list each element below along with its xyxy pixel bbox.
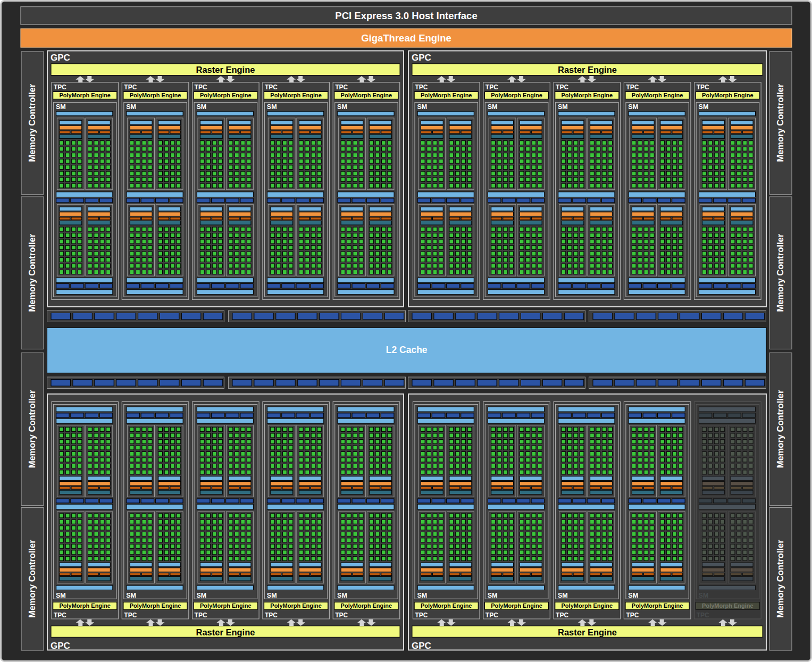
svg-text:TPC: TPC (556, 83, 568, 91)
svg-text:GPC: GPC (412, 53, 431, 63)
svg-text:SM: SM (488, 103, 498, 111)
svg-text:TPC: TPC (485, 83, 498, 91)
svg-text:SM: SM (56, 592, 66, 599)
svg-text:PolyMorph Engine: PolyMorph Engine (341, 92, 392, 98)
svg-text:PolyMorph Engine: PolyMorph Engine (130, 92, 181, 98)
svg-text:TPC: TPC (415, 83, 428, 91)
svg-text:PolyMorph Engine: PolyMorph Engine (270, 92, 322, 98)
svg-text:TPC: TPC (556, 611, 568, 619)
svg-text:Raster Engine: Raster Engine (196, 65, 255, 74)
svg-text:PolyMorph Engine: PolyMorph Engine (341, 602, 392, 609)
svg-text:PolyMorph Engine: PolyMorph Engine (491, 602, 542, 609)
svg-text:PolyMorph Engine: PolyMorph Engine (200, 92, 252, 98)
svg-text:GigaThread Engine: GigaThread Engine (361, 32, 451, 44)
svg-text:TPC: TPC (195, 611, 207, 619)
svg-text:Memory Controller: Memory Controller (775, 540, 785, 618)
svg-text:Memory Controller: Memory Controller (775, 390, 785, 468)
svg-text:SM: SM (197, 103, 207, 111)
svg-text:TPC: TPC (626, 611, 639, 619)
svg-text:Raster Engine: Raster Engine (558, 65, 617, 74)
svg-text:SM: SM (417, 592, 427, 599)
svg-text:SM: SM (558, 592, 568, 599)
svg-text:PCI Express 3.0 Host Interface: PCI Express 3.0 Host Interface (335, 10, 477, 21)
svg-text:Memory Controller: Memory Controller (27, 233, 37, 312)
svg-text:Memory Controller: Memory Controller (27, 540, 37, 618)
svg-text:SM: SM (417, 103, 427, 111)
svg-text:TPC: TPC (265, 611, 278, 619)
svg-text:PolyMorph Engine: PolyMorph Engine (421, 92, 472, 98)
svg-text:SM: SM (337, 103, 347, 111)
svg-text:Memory Controller: Memory Controller (775, 233, 785, 312)
svg-text:TPC: TPC (54, 611, 66, 619)
svg-text:TPC: TPC (485, 611, 498, 619)
svg-text:TPC: TPC (195, 83, 207, 91)
svg-text:SM: SM (197, 592, 207, 599)
svg-text:SM: SM (56, 103, 66, 111)
svg-text:PolyMorph Engine: PolyMorph Engine (632, 92, 683, 98)
svg-text:PolyMorph Engine: PolyMorph Engine (702, 602, 754, 609)
svg-text:PolyMorph Engine: PolyMorph Engine (421, 602, 472, 609)
svg-text:SM: SM (488, 592, 498, 599)
svg-text:GPC: GPC (51, 641, 70, 651)
svg-text:PolyMorph Engine: PolyMorph Engine (562, 602, 613, 609)
svg-text:L2 Cache: L2 Cache (386, 345, 428, 355)
svg-text:Memory Controller: Memory Controller (775, 83, 785, 162)
svg-text:PolyMorph Engine: PolyMorph Engine (130, 602, 181, 609)
svg-text:TPC: TPC (335, 611, 348, 619)
svg-text:SM: SM (267, 592, 277, 599)
svg-text:GPC: GPC (51, 53, 70, 63)
svg-text:TPC: TPC (626, 83, 639, 91)
svg-text:PolyMorph Engine: PolyMorph Engine (270, 602, 322, 609)
svg-text:TPC: TPC (697, 611, 709, 619)
svg-text:PolyMorph Engine: PolyMorph Engine (562, 92, 613, 98)
svg-text:SM: SM (628, 592, 638, 599)
svg-text:TPC: TPC (124, 83, 137, 91)
svg-text:Raster Engine: Raster Engine (558, 627, 617, 637)
svg-text:SM: SM (267, 103, 277, 111)
svg-text:Memory Controller: Memory Controller (27, 390, 37, 468)
svg-text:PolyMorph Engine: PolyMorph Engine (59, 92, 111, 98)
svg-text:SM: SM (558, 103, 568, 111)
svg-text:SM: SM (628, 103, 638, 111)
svg-text:GPC: GPC (412, 641, 431, 651)
svg-text:TPC: TPC (415, 611, 428, 619)
svg-text:TPC: TPC (697, 83, 709, 91)
svg-text:TPC: TPC (54, 83, 66, 91)
svg-text:PolyMorph Engine: PolyMorph Engine (59, 602, 111, 609)
svg-text:Memory Controller: Memory Controller (27, 83, 37, 162)
svg-text:TPC: TPC (335, 83, 348, 91)
svg-text:SM: SM (126, 592, 136, 599)
svg-text:TPC: TPC (124, 611, 137, 619)
svg-text:PolyMorph Engine: PolyMorph Engine (702, 92, 754, 98)
svg-text:Raster Engine: Raster Engine (196, 627, 255, 637)
svg-text:SM: SM (699, 103, 709, 111)
svg-text:TPC: TPC (265, 83, 278, 91)
svg-text:SM: SM (337, 592, 347, 599)
svg-text:PolyMorph Engine: PolyMorph Engine (491, 92, 542, 98)
svg-text:PolyMorph Engine: PolyMorph Engine (632, 602, 683, 609)
svg-text:PolyMorph Engine: PolyMorph Engine (200, 602, 252, 609)
svg-text:SM: SM (699, 592, 709, 599)
svg-text:SM: SM (126, 103, 136, 111)
